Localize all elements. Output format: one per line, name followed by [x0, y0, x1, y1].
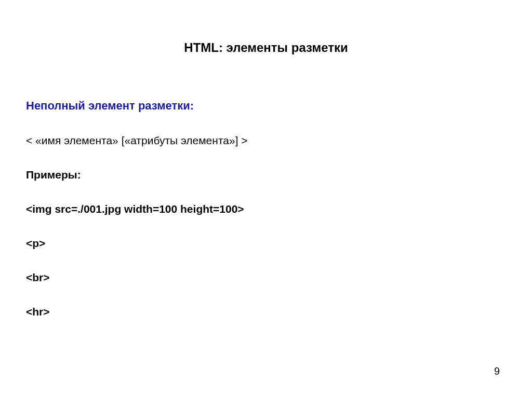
- example-line: <br>: [26, 271, 506, 284]
- examples-heading: Примеры:: [26, 169, 506, 181]
- syntax-definition: < «имя элемента» [«атрибуты элемента»] >: [26, 134, 506, 147]
- page-number: 9: [494, 365, 500, 377]
- slide-title: HTML: элементы разметки: [26, 40, 506, 55]
- example-line: <hr>: [26, 306, 506, 318]
- section-subtitle: Неполный элемент разметки:: [26, 99, 506, 113]
- slide-container: HTML: элементы разметки Неполный элемент…: [0, 0, 532, 398]
- example-line: <img src=./001.jpg width=100 height=100>: [26, 203, 506, 215]
- example-line: <p>: [26, 237, 506, 250]
